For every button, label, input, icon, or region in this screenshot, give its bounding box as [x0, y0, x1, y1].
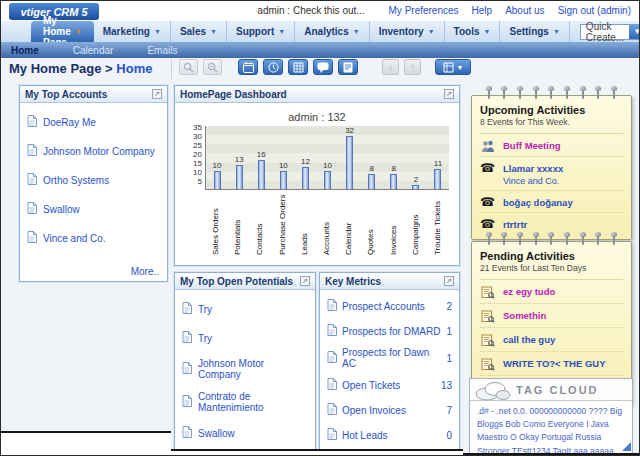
magnifier-minus-icon[interactable]	[203, 59, 222, 75]
magnifier-plus-icon[interactable]	[179, 59, 198, 75]
item-link[interactable]: Johnson Motor Company	[43, 146, 155, 157]
expand-icon[interactable]: ↗	[300, 276, 310, 286]
grid-icon[interactable]	[288, 59, 308, 75]
arrow-up-icon[interactable]: ↑	[404, 59, 421, 75]
chart-xlabels: Sales OrdersPotentialsContactsPurchase O…	[205, 191, 449, 255]
chart-bar[interactable]	[346, 136, 353, 189]
resize-corner-icon[interactable]	[622, 442, 631, 451]
expand-icon[interactable]: ↗	[444, 89, 454, 99]
subnav-emails[interactable]: Emails	[147, 45, 177, 56]
activity-row[interactable]: call the guy	[480, 328, 623, 352]
item-link[interactable]: Johnson Motor Company	[198, 358, 308, 380]
layout-select-icon[interactable]: ▼	[435, 59, 471, 75]
arrow-down-icon[interactable]: ↓	[382, 59, 399, 75]
item-link[interactable]: DoeRay Me	[43, 117, 96, 128]
list-item[interactable]: Johnson Motor Company	[175, 352, 315, 385]
chart-bar[interactable]	[434, 169, 441, 189]
chart-bar[interactable]	[258, 160, 265, 189]
list-item[interactable]: DoeRay Me	[20, 107, 167, 136]
chart-bar[interactable]	[214, 171, 221, 189]
item-link[interactable]: Swallow	[43, 204, 80, 215]
chart-bar[interactable]	[368, 174, 375, 189]
document-icon	[27, 200, 37, 218]
list-item[interactable]: Ortho Systems	[20, 165, 167, 194]
notes-icon[interactable]	[338, 59, 358, 75]
activity-link[interactable]: ez egy tudo	[503, 286, 555, 297]
item-link[interactable]: Swallow	[198, 428, 235, 439]
subnav-calendar[interactable]: Calendar	[73, 45, 114, 56]
activity-link[interactable]: rtrtrtr	[503, 219, 527, 230]
metric-row[interactable]: Open Tickets13	[320, 372, 459, 397]
metric-label[interactable]: Prospect Accounts	[342, 301, 441, 312]
item-link[interactable]: Contrato de Mantenimiento	[198, 391, 308, 413]
tab-settings[interactable]: Settings▼	[500, 21, 569, 42]
activity-row[interactable]: ☎Llamar xxxxxVince and Co.	[480, 157, 623, 191]
panel-dashboard: HomePage Dashboard ↗ admin : 132 5101520…	[174, 85, 460, 266]
tab-inventory[interactable]: Inventory▼	[370, 21, 445, 42]
item-link[interactable]: Try	[198, 333, 212, 344]
activity-row[interactable]: Somethin	[480, 304, 623, 328]
metric-row[interactable]: Open Invoices7	[320, 397, 459, 422]
topbar-link-sign-out-admin-[interactable]: Sign out (admin)	[558, 5, 631, 16]
metric-row[interactable]: Prospects for DMARD1	[320, 318, 459, 343]
list-item[interactable]: Vince and Co.	[20, 223, 167, 252]
activity-link[interactable]: Llamar xxxxx	[503, 163, 563, 174]
activity-link[interactable]: boğaç doğanay	[503, 197, 573, 208]
breadcrumb-page[interactable]: Home	[116, 61, 152, 76]
metric-label[interactable]: Prospects for Dawn AC	[342, 347, 441, 369]
expand-icon[interactable]: ↗	[152, 89, 162, 99]
chart-bar-column: 8	[361, 126, 383, 189]
chart-bar[interactable]	[280, 171, 287, 189]
tab-sales[interactable]: Sales▼	[171, 21, 227, 42]
clock-icon[interactable]	[263, 59, 283, 75]
list-item[interactable]: Contrato de Mantenimiento	[175, 385, 315, 418]
chart-bar[interactable]	[412, 185, 419, 189]
calendar-icon[interactable]	[238, 59, 258, 75]
chart-bar[interactable]	[390, 174, 397, 189]
chat-icon[interactable]	[313, 59, 333, 75]
list-item[interactable]: Swallow	[175, 418, 315, 447]
activity-row[interactable]: ☎rtrtrtr	[480, 213, 623, 234]
activity-link[interactable]: Somethin	[503, 310, 546, 321]
spiral-binding	[471, 87, 632, 99]
activity-row[interactable]: ez egy tudo	[480, 280, 623, 304]
activity-link[interactable]: WRITE TO?< THE GUY	[503, 358, 605, 369]
activity-row[interactable]: ☎boğaç doğanay	[480, 191, 623, 213]
tab-my-home-page[interactable]: My Home Page▼	[31, 21, 94, 42]
list-item[interactable]: Swallow	[20, 194, 167, 223]
chart-bar[interactable]	[302, 167, 309, 189]
item-link[interactable]: Try	[198, 304, 212, 315]
topbar-link-help[interactable]: Help	[472, 5, 493, 16]
more-link[interactable]: More..	[131, 266, 159, 277]
item-link[interactable]: Vince and Co.	[43, 233, 106, 244]
activity-row[interactable]: Buff Meeting	[480, 134, 623, 157]
tab-analytics[interactable]: Analytics▼	[295, 21, 369, 42]
subnav-home[interactable]: Home	[11, 45, 39, 56]
tab-support[interactable]: Support▼	[227, 21, 295, 42]
list-item[interactable]: Try	[175, 323, 315, 352]
metric-row[interactable]: Hot Leads0	[320, 422, 459, 447]
chart-bar[interactable]	[324, 171, 331, 189]
list-item[interactable]: Try	[175, 294, 315, 323]
activity-row[interactable]: WRITE TO?< THE GUY	[480, 352, 623, 376]
tab-tools[interactable]: Tools▼	[445, 21, 501, 42]
activity-link[interactable]: Buff Meeting	[503, 140, 561, 151]
chevron-down-icon[interactable]: ▼	[629, 25, 640, 39]
chart-bar[interactable]	[236, 165, 243, 189]
metric-row[interactable]: Prospect Accounts2	[320, 293, 459, 318]
quick-create-select[interactable]: Quick Create... ▼	[580, 24, 640, 40]
topbar-link-about-us[interactable]: About us	[505, 5, 544, 16]
metric-label[interactable]: Prospects for DMARD	[342, 326, 441, 337]
metric-label[interactable]: Hot Leads	[342, 430, 441, 441]
topbar-link-my-preferences[interactable]: My Preferences	[389, 5, 459, 16]
activity-link[interactable]: call the guy	[503, 334, 555, 345]
metric-label[interactable]: Open Invoices	[342, 405, 441, 416]
metric-row[interactable]: Prospects for Dawn AC1	[320, 343, 459, 372]
tag-cloud-tags[interactable]: .d# - .net 0.0. 000000000000 ???? Big Bl…	[470, 401, 632, 454]
topbar-links: My PreferencesHelpAbout usSign out (admi…	[389, 5, 631, 16]
tab-marketing[interactable]: Marketing▼	[94, 21, 171, 42]
item-link[interactable]: Ortho Systems	[43, 175, 109, 186]
list-item[interactable]: Johnson Motor Company	[20, 136, 167, 165]
expand-icon[interactable]: ↗	[444, 276, 454, 286]
metric-label[interactable]: Open Tickets	[342, 380, 436, 391]
